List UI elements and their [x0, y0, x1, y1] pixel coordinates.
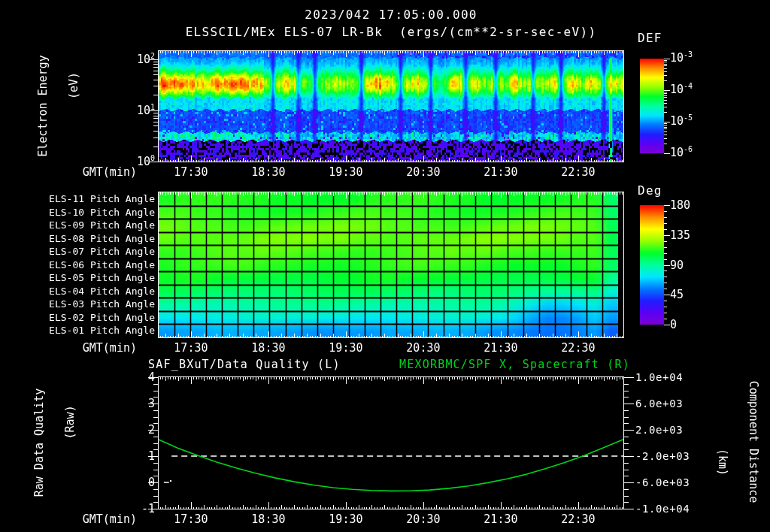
energy-tick-label: 102	[120, 52, 155, 66]
distance-tick-label: 1.0e+04	[635, 371, 683, 383]
quality-tick-label: 1	[120, 450, 155, 463]
x-tick-label: 18:30	[242, 342, 295, 355]
gmt-axis-label: GMT(min)	[69, 342, 137, 355]
page-title: 2023/042 17:05:00.000	[165, 8, 617, 22]
distance-tick-label: -6.0e+03	[635, 476, 690, 488]
x-tick-label: 18:30	[242, 166, 295, 179]
quality-tick-label: 2	[120, 424, 155, 437]
x-tick-label: 22:30	[552, 166, 605, 179]
energy-tick-label: 101	[120, 103, 155, 117]
pitch-row-label: ELS-01 Pitch Angle	[30, 325, 155, 337]
energy-tick-label: 100	[120, 154, 155, 168]
x-tick-label: 21:30	[474, 342, 527, 355]
quality-tick-label: 4	[120, 371, 155, 384]
quality-tick-label: 3	[120, 397, 155, 410]
deg-colorbar-title: Deg	[638, 184, 662, 198]
deg-colorbar-tick-label: 135	[670, 229, 690, 242]
x-tick-label: 19:30	[320, 166, 372, 179]
deg-colorbar-tick-label: 90	[670, 259, 684, 272]
bottom-right-series-title: MEXORBMC/SPF X, Spacecraft (R)	[399, 358, 630, 371]
x-tick-label: 22:30	[552, 342, 605, 355]
pitch-row-label: ELS-09 Pitch Angle	[30, 220, 155, 231]
plot-screen: 2023/042 17:05:00.000 ELSSCIL/MEx ELS-07…	[0, 0, 770, 532]
x-tick-label: 21:30	[474, 166, 527, 179]
pitch-row-label: ELS-04 Pitch Angle	[30, 286, 155, 298]
label-layer: 2023/042 17:05:00.000 ELSSCIL/MEx ELS-07…	[0, 0, 770, 532]
pitch-row-label: ELS-07 Pitch Angle	[30, 246, 155, 258]
pitch-row-label: ELS-10 Pitch Angle	[30, 207, 155, 219]
x-tick-label: 19:30	[320, 513, 372, 526]
pitch-row-label: ELS-03 Pitch Angle	[30, 299, 155, 310]
pitch-row-label: ELS-08 Pitch Angle	[30, 234, 155, 245]
x-tick-label: 18:30	[242, 513, 295, 526]
x-tick-label: 20:30	[397, 342, 450, 355]
quality-tick-label: 0	[120, 476, 155, 489]
x-tick-label: 20:30	[397, 513, 450, 526]
bottom-left-series-title: SAF_BXuT/Data Quality (L)	[148, 358, 341, 371]
def-colorbar-tick-label: 10-5	[670, 113, 693, 128]
distance-tick-label: -2.0e+03	[635, 450, 690, 462]
x-tick-label: 17:30	[165, 166, 217, 179]
def-colorbar-tick-label: 10-6	[670, 145, 693, 159]
distance-tick-label: 6.0e+03	[635, 397, 683, 410]
x-tick-label: 17:30	[165, 513, 217, 526]
pitch-row-label: ELS-02 Pitch Angle	[30, 313, 155, 324]
def-colorbar-title: DEF	[638, 32, 662, 45]
pitch-row-label: ELS-11 Pitch Angle	[30, 194, 155, 205]
x-tick-label: 19:30	[320, 342, 372, 355]
def-colorbar-tick-label: 10-3	[670, 50, 693, 65]
pitch-row-label: ELS-06 Pitch Angle	[30, 260, 155, 271]
deg-colorbar-tick-label: 45	[670, 289, 684, 301]
distance-tick-label: 2.0e+03	[635, 424, 683, 436]
deg-colorbar-tick-label: 180	[670, 199, 690, 212]
x-tick-label: 21:30	[474, 513, 527, 526]
def-colorbar-tick-label: 10-4	[670, 82, 693, 96]
deg-colorbar-tick-label: 0	[670, 319, 677, 331]
x-tick-label: 20:30	[397, 166, 450, 179]
pitch-row-label: ELS-05 Pitch Angle	[30, 273, 155, 284]
page-subtitle: ELSSCIL/MEx ELS-07 LR-Bk (ergs/(cm**2-sr…	[165, 26, 617, 39]
quality-tick-label: -1	[120, 503, 155, 515]
distance-tick-label: -1.0e+04	[635, 503, 690, 515]
x-tick-label: 17:30	[165, 342, 217, 355]
x-tick-label: 22:30	[552, 513, 605, 526]
